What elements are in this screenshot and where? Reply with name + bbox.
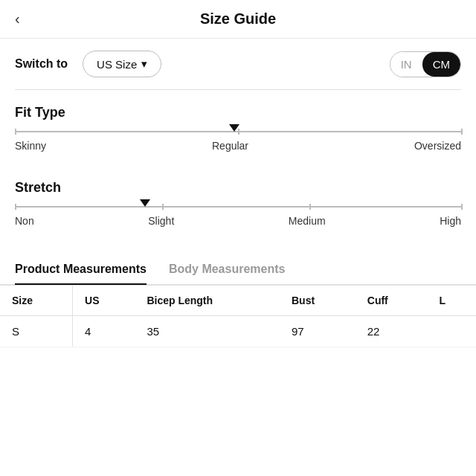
fit-label-oversized: Oversized <box>414 140 461 152</box>
stretch-label-medium: Medium <box>289 215 326 227</box>
page-title: Size Guide <box>200 10 276 28</box>
tick-high <box>461 204 463 210</box>
stretch-section: Stretch Non Slight Medium High <box>0 165 476 240</box>
controls-row: Switch to US Size ▾ IN CM <box>0 39 476 89</box>
measurements-tabs: Product Measurements Body Measurements <box>0 255 476 285</box>
tab-body-measurements[interactable]: Body Measurements <box>169 255 286 285</box>
unit-cm-button[interactable]: CM <box>422 52 460 77</box>
stretch-track <box>15 206 461 208</box>
stretch-title: Stretch <box>15 180 461 196</box>
fit-labels: Skinny Regular Oversized <box>15 140 461 152</box>
stretch-label-high: High <box>440 215 461 227</box>
table: Size US Bicep Length Bust Cuff L S 4 35 … <box>0 285 476 347</box>
fit-track <box>15 131 461 132</box>
stretch-indicator <box>140 199 150 207</box>
cell-us: 4 <box>73 316 135 347</box>
col-size: Size <box>0 286 73 316</box>
tick-skinny <box>15 129 16 135</box>
fit-label-skinny: Skinny <box>15 140 46 152</box>
back-button[interactable]: ‹ <box>15 10 20 28</box>
fit-type-section: Fit Type Skinny Regular Oversized <box>0 90 476 165</box>
fit-indicator-triangle <box>229 124 239 132</box>
col-l: L <box>428 286 476 316</box>
col-us: US <box>73 286 135 316</box>
col-bicep-length: Bicep Length <box>135 286 280 316</box>
cell-cuff: 22 <box>356 316 428 347</box>
table-row: S 4 35 97 22 <box>0 316 476 347</box>
tick-slight <box>162 204 164 210</box>
table-header-row: Size US Bicep Length Bust Cuff L <box>0 286 476 316</box>
stretch-labels: Non Slight Medium High <box>15 215 461 227</box>
cell-l <box>428 316 476 347</box>
stretch-label-non: Non <box>15 215 34 227</box>
tick-non <box>15 204 16 210</box>
col-cuff: Cuff <box>356 286 428 316</box>
unit-toggle: IN CM <box>390 51 461 77</box>
chevron-down-icon: ▾ <box>141 57 147 71</box>
cell-bust: 97 <box>280 316 356 347</box>
tab-product-measurements[interactable]: Product Measurements <box>15 255 147 285</box>
fit-type-slider[interactable]: Skinny Regular Oversized <box>15 131 461 152</box>
col-bust: Bust <box>280 286 356 316</box>
tick-oversized <box>461 129 463 135</box>
fit-type-title: Fit Type <box>15 105 461 120</box>
us-size-label: US Size <box>97 58 137 71</box>
cell-bicep-length: 35 <box>135 316 280 347</box>
switch-to-label: Switch to <box>15 57 68 71</box>
cell-size: S <box>0 316 73 347</box>
measurements-table: Size US Bicep Length Bust Cuff L S 4 35 … <box>0 285 476 347</box>
us-size-button[interactable]: US Size ▾ <box>83 51 161 77</box>
fit-indicator <box>229 124 239 132</box>
stretch-indicator-triangle <box>140 199 150 207</box>
unit-in-button[interactable]: IN <box>390 52 422 77</box>
stretch-label-slight: Slight <box>148 215 174 227</box>
fit-label-regular: Regular <box>212 140 248 152</box>
stretch-slider[interactable]: Non Slight Medium High <box>15 206 461 227</box>
tick-medium <box>309 204 311 210</box>
page-header: ‹ Size Guide <box>0 0 476 39</box>
